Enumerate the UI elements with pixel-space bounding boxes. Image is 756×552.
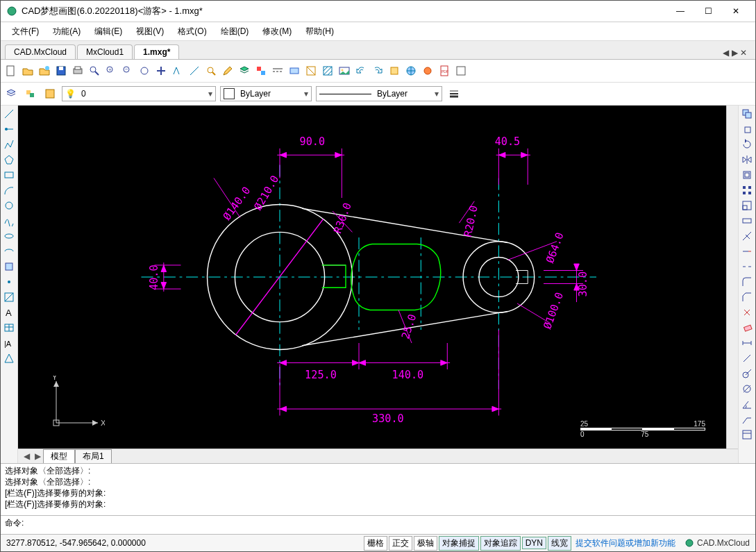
open-cloud-icon[interactable] [37, 63, 52, 78]
vertical-scrollbar[interactable] [726, 106, 738, 449]
insert-block-icon[interactable] [2, 260, 16, 274]
linetype-selector[interactable]: ByLayer ▾ [316, 86, 442, 101]
dim-linear-icon[interactable] [740, 336, 754, 350]
status-toggle-dyn[interactable]: DYN [522, 537, 546, 549]
dim-diameter-icon[interactable] [740, 382, 754, 396]
menu-draw[interactable]: 绘图(D) [214, 23, 256, 40]
doc-tab-active[interactable]: 1.mxg* [134, 44, 179, 59]
status-toggle-ortho[interactable]: 正交 [389, 536, 412, 551]
menu-modify[interactable]: 修改(M) [255, 23, 299, 40]
render-icon[interactable] [420, 63, 435, 78]
print-icon[interactable] [70, 63, 85, 78]
trim-icon[interactable] [740, 229, 754, 243]
dim-aligned-icon[interactable] [740, 351, 754, 365]
tab-nav-icons[interactable]: ◀ ▶ ✕ [719, 47, 751, 59]
region-icon[interactable] [2, 351, 16, 365]
status-toggle-polar[interactable]: 极轴 [414, 536, 437, 551]
spline-icon[interactable] [2, 214, 16, 228]
menu-edit[interactable]: 编辑(E) [87, 23, 129, 40]
menu-format[interactable]: 格式(O) [171, 23, 213, 40]
maximize-button[interactable]: ☐ [694, 1, 722, 21]
copy-icon[interactable] [740, 107, 754, 121]
chamfer-icon[interactable] [740, 290, 754, 304]
command-prompt[interactable]: 命令: [1, 515, 755, 534]
zoom-window-icon[interactable] [87, 63, 102, 78]
extend-icon[interactable] [740, 244, 754, 258]
polygon-icon[interactable] [2, 153, 16, 167]
status-toggle-otrack[interactable]: 对象追踪 [480, 536, 521, 551]
block-icon[interactable] [303, 63, 319, 78]
status-toggle-grid[interactable]: 栅格 [364, 536, 387, 551]
layer-selector[interactable]: 💡 0 ▾ [62, 86, 216, 101]
status-toggle-osnap[interactable]: 对象捕捉 [439, 536, 479, 551]
redo-icon[interactable] [370, 63, 385, 78]
point-icon[interactable] [2, 275, 16, 289]
linetype-icon[interactable] [270, 63, 285, 78]
pan-icon[interactable] [153, 63, 169, 78]
dim-style-icon[interactable] [287, 63, 302, 78]
ellipse-arc-icon[interactable] [2, 244, 16, 258]
open-icon[interactable] [20, 63, 35, 78]
measure-icon[interactable] [187, 63, 202, 78]
explode-icon[interactable] [740, 306, 754, 319]
pdf-icon[interactable]: PDF [437, 63, 452, 78]
zoom-out-icon[interactable]: − [120, 63, 135, 78]
erase-icon[interactable] [740, 321, 754, 335]
layers-icon[interactable] [237, 63, 252, 78]
hatch2-icon[interactable] [2, 290, 16, 304]
menu-file[interactable]: 文件(F) [5, 23, 46, 40]
doc-tab[interactable]: CAD.MxCloud [5, 44, 76, 59]
polyline-icon[interactable] [2, 137, 16, 151]
fillet-icon[interactable] [740, 275, 754, 289]
color-icon[interactable] [253, 63, 269, 78]
menu-help[interactable]: 帮助(H) [299, 23, 341, 40]
tab-scroll-right-icon[interactable]: ▶ [32, 451, 43, 461]
image-icon[interactable] [337, 63, 352, 78]
export-icon[interactable] [387, 63, 402, 78]
close-button[interactable]: ✕ [722, 1, 750, 21]
properties-icon[interactable] [740, 428, 754, 442]
save-icon[interactable] [53, 63, 69, 78]
doc-tab[interactable]: MxCloud1 [77, 44, 133, 59]
layer-manager-icon[interactable] [3, 86, 19, 101]
model-tab[interactable]: 模型 [43, 449, 75, 464]
ray-icon[interactable] [2, 122, 16, 136]
array-icon[interactable] [740, 183, 754, 197]
rectangle-icon[interactable] [2, 168, 16, 182]
tab-scroll-left-icon[interactable]: ◀ [21, 451, 32, 461]
leader-icon[interactable] [740, 412, 754, 426]
arc-icon[interactable] [2, 183, 16, 197]
settings-icon[interactable] [453, 63, 469, 78]
color-selector[interactable]: ByLayer ▾ [220, 86, 312, 101]
undo-icon[interactable] [353, 63, 369, 78]
new-icon[interactable] [3, 63, 19, 78]
mirror-icon[interactable] [740, 153, 754, 167]
hatch-icon[interactable] [320, 63, 335, 78]
find-icon[interactable] [203, 63, 219, 78]
stretch-icon[interactable] [740, 214, 754, 228]
zoom-in-icon[interactable]: + [103, 63, 119, 78]
layer-tools-icon[interactable] [42, 86, 58, 101]
text-A-icon[interactable]: A [2, 306, 16, 319]
scale-icon[interactable] [740, 199, 754, 212]
status-toggle-lwt[interactable]: 线宽 [548, 536, 571, 551]
table-icon[interactable] [2, 321, 16, 335]
minimize-button[interactable]: — [666, 1, 694, 21]
menu-function[interactable]: 功能(A) [46, 23, 87, 40]
circle-icon[interactable] [2, 199, 16, 212]
line-icon[interactable] [2, 107, 16, 121]
dim-radius-icon[interactable] [740, 367, 754, 380]
layout-tab[interactable]: 布局1 [75, 449, 112, 464]
dim-angular-icon[interactable] [740, 397, 754, 411]
lineweight-icon[interactable] [446, 86, 462, 101]
annotation-icon[interactable]: |A [2, 336, 16, 350]
drawing-canvas[interactable]: 90.0 40.5 125.0 140.0 330.0 40.0 30.0 25… [18, 106, 726, 449]
move-icon[interactable] [740, 122, 754, 136]
globe-icon[interactable] [403, 63, 419, 78]
regen-icon[interactable] [170, 63, 185, 78]
layer-state-icon[interactable] [23, 86, 38, 101]
feedback-link[interactable]: 提交软件问题或增加新功能 [573, 537, 678, 550]
zoom-extents-icon[interactable] [137, 63, 152, 78]
menu-view[interactable]: 视图(V) [129, 23, 171, 40]
offset-icon[interactable] [740, 168, 754, 182]
